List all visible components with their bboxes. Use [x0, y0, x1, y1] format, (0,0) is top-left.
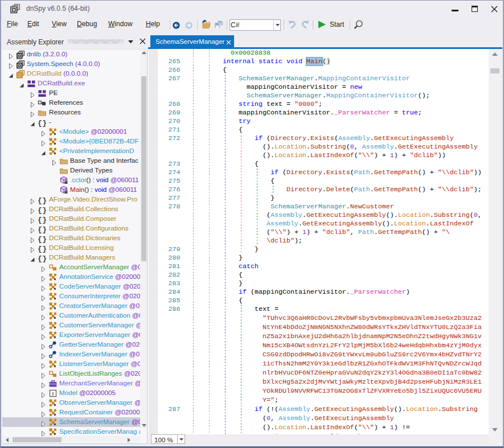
svg-text:!: ! — [52, 391, 54, 397]
